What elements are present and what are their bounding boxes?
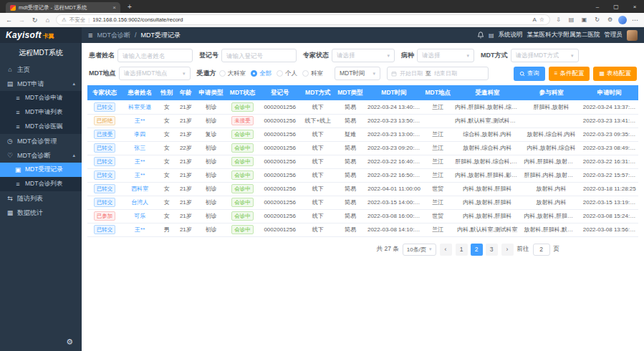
browser-profile-avatar[interactable] [618,16,627,24]
disease-label: 病种 [401,51,414,60]
cell-apply_time: 2022-03-15 13:19:26 [581,196,638,209]
sidebar-item-mdt-apply-list[interactable]: ≡MDT申请列表 [0,105,82,120]
browser-tab[interactable]: mdt受理记录 - 远程MDT系统 × [6,2,120,13]
sidebar-item-mdt-consult-order[interactable]: ≡MDT会诊医嘱 [0,120,82,134]
mdt-place-select[interactable]: 请选择MDT地点 ▾ [119,67,191,80]
page-button-3[interactable]: 3 [486,244,498,256]
user-role[interactable]: 管理员 [605,31,623,39]
sidebar-item-statistics[interactable]: ▦数据统计 [0,206,82,220]
browser-menu-icon[interactable]: ⋯ [630,16,640,24]
registration-no-input[interactable] [221,49,297,62]
minimize-button[interactable]: – [588,0,607,13]
prev-page-button[interactable]: ‹ [440,244,452,256]
home-button[interactable]: ⌂ [43,16,52,24]
column-header-mdt_mode: MDT方式 [301,85,335,100]
maximize-button[interactable]: ▢ [607,0,625,13]
table-row: 已接受李四女21岁复诊会诊中0002001256线下疑难2022-03-23 1… [87,128,638,141]
new-tab-button[interactable]: + [128,3,132,11]
patient-name-link[interactable]: 王** [135,172,145,178]
forward-button[interactable]: → [17,16,27,24]
app-logo: Kayisoft 卡翼 [0,27,82,43]
hamburger-icon[interactable]: ≡ [88,31,92,39]
refresh-button[interactable]: ↻ [30,16,39,24]
cell-joined_depts: 放射科,综合科,内科 [522,128,581,141]
extension-icon[interactable]: ⚙ [605,16,615,23]
extension-icon[interactable]: ⇩ [554,16,563,23]
extension-icon[interactable]: ↻ [592,16,602,23]
patient-name-link[interactable]: 王** [135,158,145,165]
mdt-mode-label: MDT方式 [481,51,508,60]
radio-icon [277,70,283,77]
user-avatar[interactable] [627,30,638,41]
extension-icon[interactable]: ▣ [580,16,589,23]
mdt-mode-select[interactable]: 请选择MDT方式 ▾ [511,49,579,62]
filter-panel: 患者姓名 登记号 专家状态 请选择 ▾ [82,43,644,85]
condition-config-button[interactable]: ≡ 条件配置 [549,67,590,81]
next-page-button[interactable]: › [501,244,514,256]
patient-name-input[interactable] [117,49,193,62]
date-range-picker[interactable]: 开始日期 至 结束日期 [387,67,489,80]
cell-gender: 女 [158,100,176,114]
cell-mdt_time: 2022-03-08 16:00:00 [365,209,423,223]
page-button-2[interactable]: 2 [471,244,483,256]
search-button[interactable]: 查询 [514,67,545,81]
sidebar-item-mdt-diagnosis[interactable]: ♡MDT会诊断▴ [0,148,82,163]
patient-name-link[interactable]: 王** [135,226,145,233]
settings-gear-icon[interactable]: ⚙ [66,337,73,347]
invited-radio-4[interactable]: 科室 [302,69,323,78]
not-secure-label: 不安全 [69,16,86,24]
patient-name-link[interactable]: 西科室 [131,186,148,192]
table-config-button[interactable]: ▦ 表格配置 [593,67,637,81]
system-doc-link[interactable]: 系统说明 [499,31,523,39]
page-button-1[interactable]: 1 [456,244,468,256]
sidebar-item-mdt-manage[interactable]: ◷MDT会诊管理 [0,134,82,148]
disease-select[interactable]: 请选择 ▾ [417,49,474,62]
column-header-age: 年龄 [176,85,196,100]
cell-apply_type: 初诊 [196,182,226,196]
main-area: ≡ MDT会诊断 / MDT受理记录 ▤ 系统说明 某某医科大学附属第二医院 管… [82,27,644,351]
sidebar-item-mdt-consult-apply[interactable]: ≡MDT会诊申请 [0,91,82,105]
address-bar[interactable]: ⚠ 不安全 | 192.168.0.156:9002/consultate/re… [56,14,550,25]
page-size-select[interactable]: 10条/页 ▾ [403,244,436,256]
select-placeholder: 请选择MDT地点 [124,69,168,78]
patient-name-link[interactable]: 台湾人 [131,199,148,206]
cell-mdt_status: 会诊中 [226,141,259,155]
sidebar-item-followup-list[interactable]: ⇆随访列表 [0,191,82,206]
back-button[interactable]: ← [4,16,14,24]
invited-radio-1[interactable]: 大科室 [219,69,246,78]
patient-name-label: 患者姓名 [89,51,115,60]
cell-invited_depts: 内科,放射科,肝胆科,影像科 [453,168,522,182]
invited-radio-2[interactable]: 全部 [251,69,271,78]
list-icon: ≡ [14,109,21,116]
mdt_status-badge: 会诊中 [231,102,254,112]
close-button[interactable]: × [625,0,644,13]
sidebar-item-mdt-record[interactable]: ▣MDT受理记录 [0,163,82,177]
filter-row-2: MDT地点 请选择MDT地点 ▾ 受邀方 大科室全部个人科室 [89,64,637,82]
notification-bell-icon[interactable] [477,32,484,39]
sidebar-item-home[interactable]: ⌂主页 [0,62,82,77]
read-aloud-icon[interactable]: A [532,16,536,23]
patient-name-link[interactable]: 李四 [134,131,145,138]
list-config-icon: ≡ [554,70,558,77]
favorite-star-icon[interactable]: ☆ [539,16,544,23]
sidebar-item-mdt-consult-list[interactable]: ≡MDT会诊列表 [0,177,82,191]
goto-page-input[interactable] [533,244,550,256]
select-placeholder: 请选择 [422,52,441,60]
cell-gender: 女 [158,168,176,182]
mdt_status-badge: 会诊中 [231,211,254,221]
mdt-time-select[interactable]: MDT时间 ▾ [335,67,380,80]
sidebar-item-mdt-apply[interactable]: ▤MDT申请▴ [0,77,82,91]
cell-expert_status: 已转交 [87,196,122,209]
patient-name-link[interactable]: 王** [135,117,145,124]
patient-name-link[interactable]: 张三 [134,145,145,151]
cell-joined_depts: 放射科,内科 [522,196,581,209]
patient-name-link[interactable]: 可乐 [134,213,145,219]
chevron-down-icon: ▾ [568,53,574,59]
invited-radio-3[interactable]: 个人 [277,69,297,78]
extension-icon[interactable]: ▤ [567,16,576,23]
expert-status-select[interactable]: 请选择 ▾ [332,49,395,62]
cell-apply_type: 初诊 [196,100,226,114]
patient-name-link[interactable]: 科室受邀 [128,104,151,110]
breadcrumb-separator: / [135,32,137,39]
tab-close-icon[interactable]: × [112,4,116,11]
